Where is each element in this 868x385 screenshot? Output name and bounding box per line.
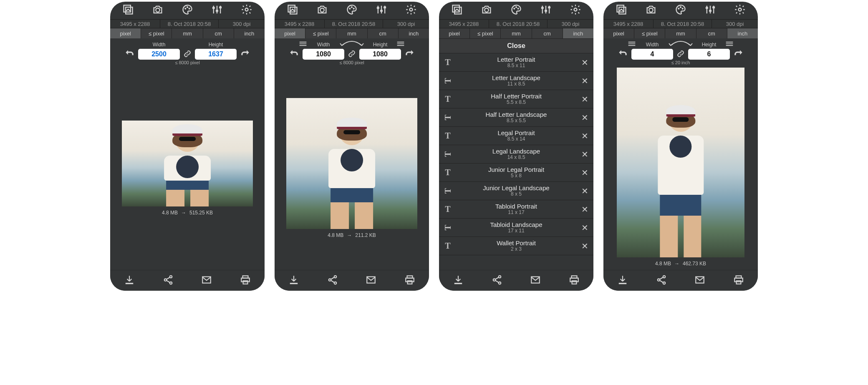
camera-icon[interactable] bbox=[152, 4, 164, 17]
print-icon[interactable] bbox=[404, 274, 415, 287]
unit-pixel[interactable]: pixel bbox=[275, 28, 305, 38]
width-input[interactable]: 1080 bbox=[303, 49, 344, 60]
unit-inch[interactable]: inch bbox=[563, 28, 593, 38]
library-icon[interactable] bbox=[451, 4, 463, 17]
sliders-icon[interactable] bbox=[376, 4, 387, 17]
gear-icon[interactable] bbox=[241, 4, 252, 17]
preset-row[interactable]: TJunior Legal Portrait5 x 8✕ bbox=[439, 164, 593, 182]
unit-pixel[interactable]: pixel bbox=[603, 28, 634, 38]
height-input[interactable]: 1080 bbox=[359, 49, 401, 60]
preset-row[interactable]: TLegal Landscape14 x 8.5✕ bbox=[439, 145, 593, 164]
preset-menu-left-icon[interactable] bbox=[628, 41, 636, 48]
gear-icon[interactable] bbox=[734, 4, 746, 17]
share-icon[interactable] bbox=[327, 274, 338, 287]
unit-lepixel[interactable]: ≤ pixel bbox=[634, 28, 665, 38]
unit-lepixel[interactable]: ≤ pixel bbox=[305, 28, 336, 38]
delete-preset-icon[interactable]: ✕ bbox=[576, 94, 593, 104]
share-icon[interactable] bbox=[492, 274, 502, 287]
library-icon[interactable] bbox=[122, 4, 134, 17]
unit-cm[interactable]: cm bbox=[696, 28, 727, 38]
unit-inch[interactable]: inch bbox=[234, 28, 265, 38]
unit-cm[interactable]: cm bbox=[368, 28, 399, 38]
camera-icon[interactable] bbox=[316, 4, 328, 17]
preview-image[interactable] bbox=[617, 68, 744, 257]
preset-row[interactable]: TJunior Legal Landscape8 x 5✕ bbox=[439, 182, 593, 200]
preset-row[interactable]: TLegal Portrait8.5 x 14✕ bbox=[439, 127, 593, 145]
undo-icon[interactable] bbox=[123, 48, 136, 59]
unit-cm[interactable]: cm bbox=[203, 28, 234, 38]
delete-preset-icon[interactable]: ✕ bbox=[576, 186, 593, 196]
print-icon[interactable] bbox=[569, 274, 580, 287]
download-icon[interactable] bbox=[617, 274, 628, 287]
mail-icon[interactable] bbox=[530, 274, 541, 287]
download-icon[interactable] bbox=[124, 274, 135, 287]
gear-icon[interactable] bbox=[405, 4, 417, 17]
mail-icon[interactable] bbox=[366, 274, 376, 287]
print-icon[interactable] bbox=[733, 274, 744, 287]
redo-icon[interactable] bbox=[404, 48, 416, 59]
preset-row[interactable]: TTabloid Landscape17 x 11✕ bbox=[439, 219, 593, 237]
preset-row[interactable]: THalf Letter Landscape8.5 x 5.5✕ bbox=[439, 108, 593, 127]
close-button[interactable]: Close bbox=[439, 38, 593, 53]
share-icon[interactable] bbox=[656, 274, 667, 287]
palette-icon[interactable] bbox=[675, 4, 686, 17]
preset-row[interactable]: TTabloid Portrait11 x 17✕ bbox=[439, 200, 593, 219]
redo-icon[interactable] bbox=[732, 48, 745, 59]
preview-image[interactable] bbox=[122, 121, 253, 206]
link-aspect-icon[interactable] bbox=[347, 49, 357, 59]
delete-preset-icon[interactable]: ✕ bbox=[576, 76, 593, 86]
preset-menu-left-icon[interactable] bbox=[299, 41, 307, 48]
height-input[interactable]: 1637 bbox=[195, 49, 237, 60]
width-input[interactable]: 4 bbox=[631, 49, 673, 60]
unit-pixel[interactable]: pixel bbox=[110, 28, 141, 38]
library-icon[interactable] bbox=[287, 4, 298, 17]
download-icon[interactable] bbox=[453, 274, 464, 287]
unit-cm[interactable]: cm bbox=[532, 28, 563, 38]
unit-mm[interactable]: mm bbox=[336, 28, 367, 38]
width-input[interactable]: 2500 bbox=[138, 49, 180, 60]
mail-icon[interactable] bbox=[201, 274, 212, 287]
swap-dimensions-icon[interactable] bbox=[339, 40, 364, 46]
link-aspect-icon[interactable] bbox=[182, 49, 192, 59]
camera-icon[interactable] bbox=[645, 4, 657, 17]
unit-lepixel[interactable]: ≤ pixel bbox=[470, 28, 501, 38]
preset-menu-right-icon[interactable] bbox=[725, 41, 734, 48]
preset-menu-right-icon[interactable] bbox=[396, 41, 405, 48]
sliders-icon[interactable] bbox=[704, 4, 716, 17]
delete-preset-icon[interactable]: ✕ bbox=[576, 58, 593, 68]
mail-icon[interactable] bbox=[694, 274, 705, 287]
palette-icon[interactable] bbox=[346, 4, 358, 17]
delete-preset-icon[interactable]: ✕ bbox=[576, 131, 593, 141]
delete-preset-icon[interactable]: ✕ bbox=[576, 241, 593, 251]
unit-mm[interactable]: mm bbox=[172, 28, 203, 38]
unit-lepixel[interactable]: ≤ pixel bbox=[141, 28, 172, 38]
palette-icon[interactable] bbox=[510, 4, 522, 17]
redo-icon[interactable] bbox=[239, 48, 252, 59]
unit-mm[interactable]: mm bbox=[665, 28, 696, 38]
sliders-icon[interactable] bbox=[211, 4, 223, 17]
print-icon[interactable] bbox=[240, 274, 251, 287]
library-icon[interactable] bbox=[616, 4, 627, 17]
unit-inch[interactable]: inch bbox=[399, 28, 429, 38]
height-input[interactable]: 6 bbox=[688, 49, 730, 60]
preset-row[interactable]: TLetter Portrait8.5 x 11✕ bbox=[439, 53, 593, 72]
delete-preset-icon[interactable]: ✕ bbox=[576, 149, 593, 159]
delete-preset-icon[interactable]: ✕ bbox=[576, 204, 593, 214]
share-icon[interactable] bbox=[163, 274, 174, 287]
unit-pixel[interactable]: pixel bbox=[439, 28, 470, 38]
gear-icon[interactable] bbox=[570, 4, 581, 17]
camera-icon[interactable] bbox=[481, 4, 492, 17]
download-icon[interactable] bbox=[288, 274, 299, 287]
preset-row[interactable]: TLetter Landscape11 x 8.5✕ bbox=[439, 72, 593, 90]
link-aspect-icon[interactable] bbox=[676, 49, 686, 59]
palette-icon[interactable] bbox=[182, 4, 193, 17]
undo-icon[interactable] bbox=[288, 48, 300, 59]
preset-row[interactable]: THalf Letter Portrait5.5 x 8.5✕ bbox=[439, 90, 593, 108]
preview-image[interactable] bbox=[286, 98, 417, 229]
delete-preset-icon[interactable]: ✕ bbox=[576, 223, 593, 233]
preset-row[interactable]: TWallet Portrait2 x 3✕ bbox=[439, 237, 593, 255]
swap-dimensions-icon[interactable] bbox=[668, 40, 693, 46]
delete-preset-icon[interactable]: ✕ bbox=[576, 168, 593, 178]
unit-mm[interactable]: mm bbox=[501, 28, 532, 38]
unit-inch[interactable]: inch bbox=[727, 28, 758, 38]
